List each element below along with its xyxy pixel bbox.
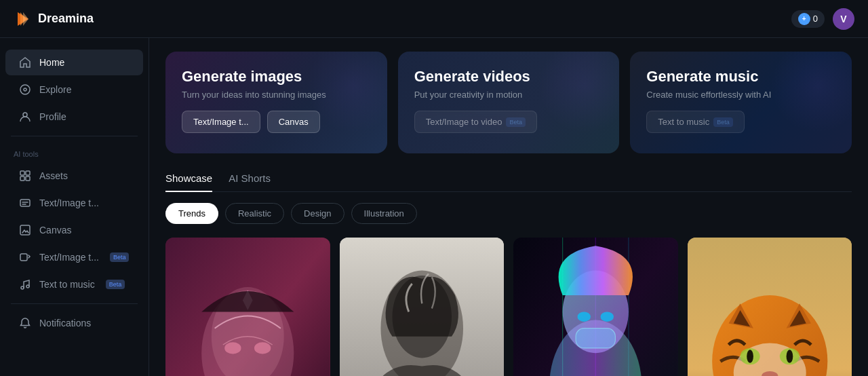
logo: Dreamina	[14, 10, 94, 29]
chip-design[interactable]: Design	[291, 203, 344, 224]
sidebar-item-home[interactable]: Home	[5, 50, 143, 75]
sidebar-item-profile-label: Profile	[39, 111, 66, 122]
chip-trends[interactable]: Trends	[165, 203, 218, 224]
app-layout: Home Explore Profile AI tools	[0, 38, 868, 376]
text-to-music-btn[interactable]: Text to music Beta	[646, 111, 744, 133]
sidebar-item-explore[interactable]: Explore	[5, 77, 143, 102]
bell-icon	[19, 317, 31, 329]
textimage-icon	[19, 197, 31, 209]
svg-rect-8	[20, 176, 24, 181]
image-grid	[165, 238, 852, 376]
sidebar-item-canvas[interactable]: Canvas	[5, 217, 143, 243]
sidebar-item-textimage2-label: Text/Image t...	[39, 252, 99, 263]
image-card-4[interactable]	[688, 238, 852, 376]
canvas-icon	[19, 224, 31, 236]
svg-point-19	[224, 342, 241, 354]
ai-tools-label: AI tools	[0, 142, 149, 162]
svg-rect-7	[26, 171, 30, 175]
hero-card-music: Generate music Create music effortlessly…	[630, 52, 852, 153]
svg-rect-11	[20, 225, 30, 235]
svg-point-39	[786, 350, 793, 362]
textimage-btn[interactable]: Text/Image t...	[182, 111, 260, 133]
coin-icon: +	[798, 13, 810, 25]
video-beta-badge: Beta	[506, 117, 526, 127]
sidebar-item-textimage2[interactable]: Text/Image t... Beta	[5, 244, 143, 270]
svg-point-31	[578, 312, 591, 322]
sidebar-item-notifications-label: Notifications	[39, 318, 91, 328]
svg-rect-6	[20, 171, 24, 175]
hero-card-images: Generate images Turn your ideas into stu…	[165, 52, 387, 153]
sidebar-divider-2	[11, 303, 138, 304]
svg-point-3	[20, 85, 30, 94]
chip-illustration[interactable]: Illustration	[351, 203, 417, 224]
svg-rect-9	[26, 176, 30, 181]
svg-point-4	[24, 88, 26, 91]
image-3-svg	[513, 238, 678, 376]
main-content: Generate images Turn your ideas into stu…	[149, 38, 868, 376]
logo-text: Dreamina	[38, 12, 94, 26]
explore-icon	[19, 83, 31, 96]
image-card-3[interactable]	[513, 238, 678, 376]
hero-cards: Generate images Turn your ideas into stu…	[165, 52, 852, 153]
textimage2-beta-badge: Beta	[110, 252, 130, 262]
chip-realistic[interactable]: Realistic	[225, 203, 284, 224]
svg-point-5	[23, 113, 27, 117]
coins-count: 0	[813, 14, 818, 24]
user-avatar[interactable]: V	[833, 8, 854, 30]
filter-chips: Trends Realistic Design Illustration	[165, 203, 852, 224]
svg-marker-2	[23, 12, 28, 26]
sidebar-item-profile[interactable]: Profile	[5, 104, 143, 130]
image-card-2[interactable]	[340, 238, 505, 376]
textmusic-beta-badge: Beta	[106, 280, 125, 289]
svg-rect-30	[576, 328, 615, 348]
music-beta-badge: Beta	[713, 117, 733, 127]
hero-card-videos: Generate videos Put your creativity in m…	[398, 52, 620, 153]
sidebar-item-home-label: Home	[39, 57, 64, 68]
sidebar-item-textmusic[interactable]: Text to music Beta	[5, 271, 143, 297]
svg-point-14	[26, 285, 29, 288]
music-icon	[19, 278, 31, 290]
home-icon	[19, 56, 31, 69]
image-1-svg	[165, 238, 330, 376]
tab-ai-shorts[interactable]: AI Shorts	[229, 172, 271, 192]
sidebar-item-textimage[interactable]: Text/Image t...	[5, 190, 143, 216]
logo-icon	[14, 10, 33, 29]
sidebar-item-notifications[interactable]: Notifications	[5, 310, 143, 336]
image-card-1[interactable]	[165, 238, 330, 376]
sidebar-item-assets-label: Assets	[39, 170, 68, 181]
svg-rect-10	[20, 200, 30, 206]
textimage2-icon	[19, 251, 31, 263]
image-2-svg	[340, 238, 505, 376]
assets-icon	[19, 170, 31, 182]
coins-badge[interactable]: + 0	[791, 10, 825, 28]
sidebar-item-explore-label: Explore	[39, 84, 71, 95]
sidebar-item-textimage-label: Text/Image t...	[39, 198, 99, 208]
text-to-video-btn[interactable]: Text/Image to video Beta	[414, 111, 537, 133]
sidebar-item-assets[interactable]: Assets	[5, 163, 143, 189]
svg-point-20	[254, 342, 271, 354]
sidebar-item-textmusic-label: Text to music	[39, 279, 95, 290]
svg-point-13	[21, 286, 24, 289]
svg-rect-12	[20, 254, 27, 261]
profile-icon	[19, 111, 31, 123]
app-header: Dreamina + 0 V	[0, 0, 868, 38]
sidebar-divider	[11, 136, 138, 136]
image-4-svg	[688, 238, 852, 376]
header-right: + 0 V	[791, 8, 854, 30]
showcase-tabs: Showcase AI Shorts	[165, 172, 852, 192]
svg-point-38	[747, 350, 753, 362]
sidebar-item-canvas-label: Canvas	[39, 225, 71, 236]
canvas-btn[interactable]: Canvas	[267, 111, 320, 133]
sidebar: Home Explore Profile AI tools	[0, 38, 149, 376]
tab-showcase[interactable]: Showcase	[165, 172, 212, 192]
svg-point-32	[601, 312, 614, 322]
